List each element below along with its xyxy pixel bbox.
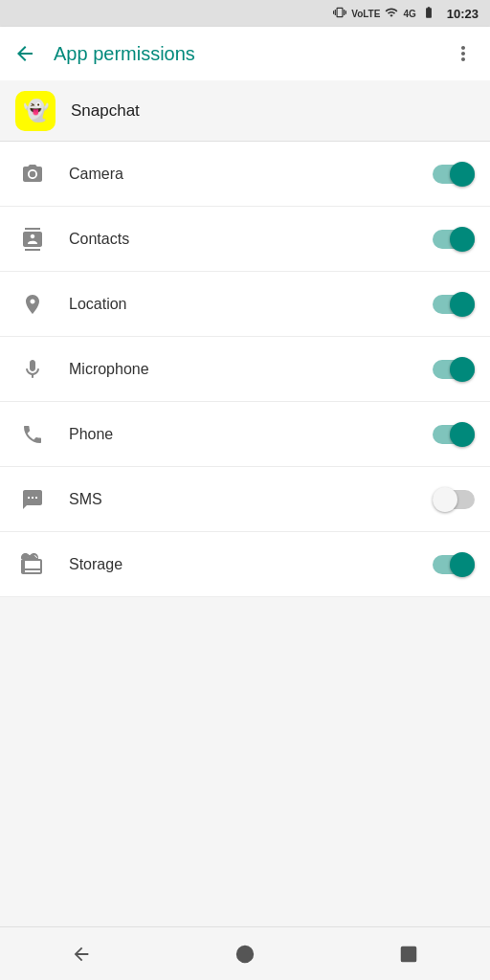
phone-label: Phone [69, 426, 433, 443]
storage-toggle-thumb [450, 552, 475, 577]
battery-icon [421, 6, 436, 21]
permission-contacts: Contacts [0, 207, 490, 272]
nav-bar [0, 926, 490, 980]
app-emoji: 👻 [23, 99, 49, 123]
permission-camera: Camera [0, 142, 490, 207]
location-toggle-thumb [450, 292, 475, 317]
contacts-toggle[interactable] [433, 227, 475, 252]
phone-toggle-thumb [450, 422, 475, 447]
phone-icon [15, 423, 50, 446]
microphone-icon [15, 358, 50, 381]
4g-icon: 4G [403, 9, 415, 19]
status-bar: VoLTE 4G 10:23 [0, 0, 490, 27]
microphone-label: Microphone [69, 361, 433, 378]
sms-toggle-thumb [433, 487, 457, 512]
permissions-list: Camera Contacts Location Microphone [0, 142, 490, 597]
svg-rect-1 [401, 947, 415, 961]
home-nav-button[interactable] [164, 927, 327, 981]
app-name: Snapchat [71, 101, 140, 121]
vibrate-icon [333, 6, 346, 21]
toolbar: App permissions [0, 27, 490, 80]
empty-area [0, 597, 490, 926]
back-nav-button[interactable] [0, 927, 164, 981]
back-button[interactable] [4, 33, 46, 75]
storage-label: Storage [69, 556, 433, 573]
camera-toggle-thumb [450, 162, 475, 187]
camera-label: Camera [69, 166, 433, 183]
contacts-icon [15, 228, 50, 251]
location-icon [15, 293, 50, 316]
contacts-label: Contacts [69, 231, 433, 248]
permission-sms: SMS [0, 467, 490, 532]
permission-microphone: Microphone [0, 337, 490, 402]
location-toggle[interactable] [433, 292, 475, 317]
phone-toggle[interactable] [433, 422, 475, 447]
sms-label: SMS [69, 491, 433, 508]
sms-icon [15, 488, 50, 511]
status-time: 10:23 [447, 7, 479, 21]
sms-toggle[interactable] [433, 487, 475, 512]
signal-icon [385, 6, 398, 21]
app-header: 👻 Snapchat [0, 80, 490, 142]
camera-icon [15, 163, 50, 186]
microphone-toggle-thumb [450, 357, 475, 382]
permission-phone: Phone [0, 402, 490, 467]
location-label: Location [69, 296, 433, 313]
volte-icon: VoLTE [351, 9, 380, 19]
permission-storage: Storage [0, 532, 490, 597]
storage-toggle[interactable] [433, 552, 475, 577]
camera-toggle[interactable] [433, 162, 475, 187]
more-options-button[interactable] [444, 34, 482, 73]
status-icons: VoLTE 4G 10:23 [333, 6, 479, 21]
app-icon: 👻 [15, 91, 56, 131]
svg-point-0 [237, 946, 254, 962]
storage-icon [15, 553, 50, 576]
recent-nav-button[interactable] [326, 927, 490, 981]
microphone-toggle[interactable] [433, 357, 475, 382]
permission-location: Location [0, 272, 490, 337]
page-title: App permissions [54, 43, 444, 65]
contacts-toggle-thumb [450, 227, 475, 252]
